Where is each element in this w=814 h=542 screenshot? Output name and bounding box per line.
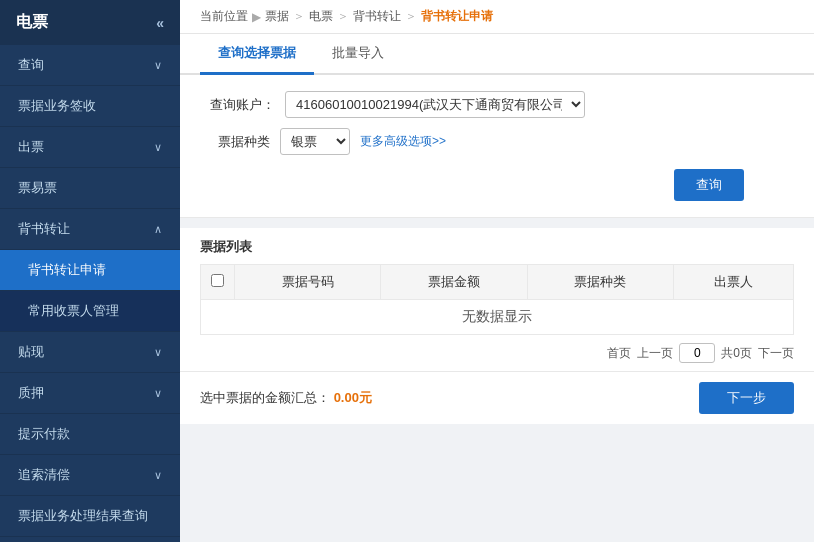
sidebar-item-ticket-result[interactable]: 票据业务处理结果查询 <box>0 496 180 537</box>
more-options-link[interactable]: 更多高级选项>> <box>360 133 446 150</box>
tab-batch-import[interactable]: 批量导入 <box>314 34 402 75</box>
table-header-ticket-type: 票据种类 <box>527 265 673 300</box>
sidebar-item-prompt-payment[interactable]: 提示付款 <box>0 414 180 455</box>
query-button[interactable]: 查询 <box>674 169 744 201</box>
chevron-down-icon: ∨ <box>154 141 162 154</box>
next-step-button[interactable]: 下一步 <box>699 382 794 414</box>
query-button-row: 查询 <box>210 165 784 201</box>
data-table: 票据号码 票据金额 票据种类 出票人 无数据显示 <box>200 264 794 335</box>
breadcrumb-current: 背书转让申请 <box>421 8 493 25</box>
chevron-down-icon: ∨ <box>154 346 162 359</box>
sidebar-item-discount[interactable]: 贴现 ∨ <box>0 332 180 373</box>
sidebar-item-common-payee[interactable]: 常用收票人管理 <box>0 291 180 332</box>
account-label: 查询账户： <box>210 96 275 114</box>
breadcrumb-dianpiao: 电票 <box>309 8 333 25</box>
table-header-ticket-number: 票据号码 <box>235 265 381 300</box>
bottom-bar: 选中票据的金额汇总： 0.00元 下一步 <box>180 371 814 424</box>
account-row: 查询账户： 41606010010021994(武汉天下通商贸有限公司) <box>210 91 784 118</box>
sidebar-item-query-label: 查询 <box>18 56 44 74</box>
sidebar-item-query[interactable]: 查询 ∨ <box>0 45 180 86</box>
sidebar-item-issue[interactable]: 出票 ∨ <box>0 127 180 168</box>
breadcrumb-current-label: 当前位置 <box>200 8 248 25</box>
table-section: 票据列表 票据号码 票据金额 票据种类 出票人 无数据显示 <box>180 228 814 335</box>
sidebar-item-endorse-transfer[interactable]: 背书转让 ∧ <box>0 209 180 250</box>
no-data-text: 无数据显示 <box>201 300 794 335</box>
sidebar-collapse-button[interactable]: « <box>156 15 164 31</box>
table-header-row: 票据号码 票据金额 票据种类 出票人 <box>201 265 794 300</box>
content-area: 查询选择票据 批量导入 查询账户： 41606010010021994(武汉天下… <box>180 34 814 542</box>
select-all-checkbox[interactable] <box>211 274 224 287</box>
sidebar-item-pledge[interactable]: 质押 ∨ <box>0 373 180 414</box>
sidebar-item-endorse-transfer-label: 背书转让 <box>18 220 70 238</box>
total-amount: 0.00元 <box>334 390 372 405</box>
ticket-type-select[interactable]: 银票 <box>280 128 350 155</box>
chevron-down-icon: ∨ <box>154 387 162 400</box>
table-header-checkbox <box>201 265 235 300</box>
ticket-type-label: 票据种类 <box>210 133 270 151</box>
table-body: 无数据显示 <box>201 300 794 335</box>
breadcrumb-endorse: 背书转让 <box>353 8 401 25</box>
sidebar-title: 电票 <box>16 12 48 33</box>
total-summary: 选中票据的金额汇总： 0.00元 <box>200 389 372 407</box>
breadcrumb: 当前位置 ▶ 票据 ＞ 电票 ＞ 背书转让 ＞ 背书转让申请 <box>180 0 814 34</box>
pagination: 首页 上一页 0 共0页 下一页 <box>180 335 814 371</box>
table-header-ticket-amount: 票据金额 <box>381 265 527 300</box>
form-area: 查询账户： 41606010010021994(武汉天下通商贸有限公司) 票据种… <box>180 75 814 218</box>
sidebar-item-issue-label: 出票 <box>18 138 44 156</box>
sidebar-item-ticket-sign[interactable]: 票据业务签收 <box>0 86 180 127</box>
tab-bar: 查询选择票据 批量导入 <box>180 34 814 75</box>
sidebar-header: 电票 « <box>0 0 180 45</box>
chevron-down-icon: ∨ <box>154 469 162 482</box>
sidebar-item-ticket-exchange-label: 票易票 <box>18 179 57 197</box>
sidebar-item-endorse-apply-label: 背书转让申请 <box>28 261 106 279</box>
sidebar-item-endorse-transfer-apply[interactable]: 背书转让申请 <box>0 250 180 291</box>
main-content: 当前位置 ▶ 票据 ＞ 电票 ＞ 背书转让 ＞ 背书转让申请 查询选择票据 批量… <box>180 0 814 542</box>
sidebar-item-ticket-sign-label: 票据业务签收 <box>18 97 96 115</box>
account-select[interactable]: 41606010010021994(武汉天下通商贸有限公司) <box>285 91 585 118</box>
total-pages-text: 共0页 <box>721 345 752 362</box>
sidebar-item-common-payee-label: 常用收票人管理 <box>28 302 119 320</box>
first-page-button[interactable]: 首页 <box>607 345 631 362</box>
next-page-button[interactable]: 下一页 <box>758 345 794 362</box>
sidebar: 电票 « 查询 ∨ 票据业务签收 出票 ∨ 票易票 背书转让 ∧ 背书转让申请 … <box>0 0 180 542</box>
table-header-issuer: 出票人 <box>673 265 793 300</box>
sidebar-item-ticket-exchange[interactable]: 票易票 <box>0 168 180 209</box>
no-data-row: 无数据显示 <box>201 300 794 335</box>
sidebar-item-discount-label: 贴现 <box>18 343 44 361</box>
sidebar-item-chase-debt[interactable]: 追索清偿 ∨ <box>0 455 180 496</box>
page-number-input[interactable]: 0 <box>679 343 715 363</box>
sidebar-item-prompt-payment-label: 提示付款 <box>18 425 70 443</box>
sidebar-item-ticket-result-label: 票据业务处理结果查询 <box>18 507 148 525</box>
prev-page-button[interactable]: 上一页 <box>637 345 673 362</box>
sidebar-item-pledge-label: 质押 <box>18 384 44 402</box>
table-title: 票据列表 <box>200 228 794 264</box>
chevron-up-icon: ∧ <box>154 223 162 236</box>
sidebar-item-chase-debt-label: 追索清偿 <box>18 466 70 484</box>
chevron-down-icon: ∨ <box>154 59 162 72</box>
breadcrumb-piaoju: 票据 <box>265 8 289 25</box>
ticket-type-row: 票据种类 银票 更多高级选项>> <box>210 128 784 155</box>
tab-search[interactable]: 查询选择票据 <box>200 34 314 75</box>
